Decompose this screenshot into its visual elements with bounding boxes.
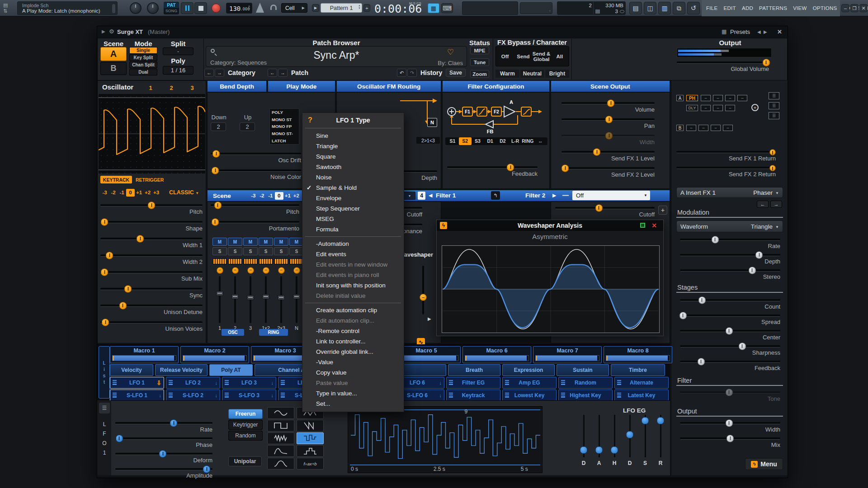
slider-knob[interactable] (159, 450, 167, 458)
lfo-slider[interactable]: Rate (115, 420, 212, 436)
fx-bypass-option[interactable]: All (551, 47, 569, 66)
menu-item[interactable]: VIEW (793, 5, 807, 11)
scene-octave-option[interactable]: -2 (258, 192, 266, 200)
channel-mute-knob[interactable]: – (293, 267, 300, 274)
mod-source-lfo[interactable]: Random (558, 377, 613, 389)
lfo-shape-noise[interactable] (267, 432, 294, 444)
scene-output-slider[interactable]: Pan (561, 117, 655, 133)
waveshaper-drive-slider[interactable] (422, 266, 424, 314)
character-option[interactable]: Bright (545, 70, 569, 78)
slider-knob[interactable] (698, 296, 706, 304)
context-menu-item[interactable]: Sine (302, 131, 404, 141)
slider-knob[interactable] (769, 149, 776, 155)
context-menu-item[interactable]: Edit events in piano roll (302, 270, 404, 280)
fader-knob[interactable] (293, 294, 300, 299)
plugin-titlebar[interactable]: ▶ ⚙ Surge XT (Master) ▦ Presets ◀ ▶ ✕ (97, 26, 788, 38)
filter-config-option[interactable]: S1 (446, 137, 459, 145)
preset-prev-icon[interactable]: ◀ (757, 29, 761, 34)
fx-next-button[interactable]: → (770, 201, 782, 208)
presets-grid-icon[interactable]: ▦ (722, 28, 726, 35)
window-restore-button[interactable]: ❐ (850, 4, 859, 12)
channel-mute-knob[interactable]: – (232, 267, 239, 274)
scene-b-button[interactable]: B (100, 62, 127, 75)
context-menu-item[interactable]: Triangle (302, 141, 404, 151)
detach-arrow-icon[interactable]: ▶ (102, 29, 105, 34)
send-return-slider[interactable]: Send FX 2 Return (676, 165, 776, 181)
macro-slot[interactable]: Macro 8 (604, 346, 672, 363)
fx-slider[interactable]: Stereo (680, 267, 780, 283)
mute-button[interactable]: M (228, 238, 242, 246)
filter-config-option[interactable]: S3 (472, 137, 484, 145)
context-menu-item[interactable]: Noise (302, 172, 404, 183)
stop-button[interactable] (194, 2, 207, 14)
category-next-button[interactable]: → (215, 69, 224, 77)
lfo-slider[interactable]: Deform (115, 451, 212, 466)
context-menu-item[interactable]: Delete initial value (302, 291, 404, 301)
mod-source[interactable]: Breath (448, 364, 500, 376)
octave-option[interactable]: -1 (118, 189, 126, 197)
arrow-down-icon[interactable]: ↓ (215, 380, 218, 385)
fx-slider[interactable]: Count (680, 297, 780, 313)
play-mode-option[interactable]: MONO FP (270, 123, 299, 130)
lfo-eg-stage[interactable]: D (577, 415, 590, 466)
ws-minimize-icon[interactable] (640, 223, 645, 228)
channel-mute-knob[interactable]: – (263, 267, 269, 274)
channel-fader[interactable] (280, 276, 282, 323)
mod-source-slfo[interactable]: Latest Key (614, 389, 669, 401)
slider-knob[interactable] (101, 218, 108, 226)
slider-knob[interactable] (657, 417, 665, 425)
routing-block[interactable]: – (686, 125, 696, 131)
mod-source-lfo[interactable]: LFO 2↓ (166, 377, 220, 389)
routing-block[interactable]: – (723, 125, 733, 131)
filter-config-option[interactable]: RING (522, 137, 534, 145)
status-button[interactable]: Zoom (470, 70, 489, 78)
context-menu-item[interactable]: Paste value (302, 378, 404, 388)
filter-link-icon[interactable]: ↰ (491, 191, 500, 200)
fx-type-value[interactable]: Phaser (753, 189, 773, 196)
routing-block[interactable]: – (711, 125, 721, 131)
window-minimize-button[interactable]: – (841, 4, 849, 12)
filter2-next-icon[interactable]: ▶ (552, 192, 556, 198)
status-button[interactable]: Tune (470, 58, 489, 66)
channel-fader[interactable] (250, 276, 251, 323)
context-menu-item[interactable]: Set... (302, 399, 404, 409)
fx-slider[interactable]: Rate (680, 237, 780, 252)
menu-item[interactable]: PATTERNS (759, 5, 787, 11)
play-mode-option[interactable]: MONO ST (270, 116, 299, 123)
undo-icon[interactable]: ↺ (687, 2, 700, 14)
menu-item[interactable]: OPTIONS (813, 5, 837, 11)
send-return-slider[interactable]: Send FX 1 Return (676, 149, 776, 165)
retrigger-toggle[interactable]: RETRIGGER (136, 177, 164, 183)
slider-knob[interactable] (212, 167, 219, 174)
channel-mute-knob[interactable]: – (217, 267, 223, 274)
slider-knob[interactable] (725, 389, 733, 396)
status-button[interactable]: MPE (470, 47, 489, 54)
waveshaper-next-icon[interactable]: ▶ (428, 316, 431, 321)
oscillator-slider[interactable]: Sync (100, 286, 203, 303)
arrow-down-icon[interactable]: ↓ (271, 393, 274, 398)
mod-source[interactable]: Velocity (110, 364, 153, 376)
solo-button[interactable]: S (212, 247, 227, 255)
category-prev-button[interactable]: ← (204, 69, 214, 77)
pattern-selector[interactable]: Pattern 1 ▲▼ (321, 3, 362, 13)
osc-character-slider[interactable]: Osc Drift (211, 151, 301, 168)
patch-prev-button[interactable]: ← (268, 69, 277, 77)
arrow-down-icon[interactable]: ⇩ (156, 380, 161, 386)
mode-option[interactable]: Key Split (129, 54, 157, 61)
mod-source-slfo[interactable]: Highest Key (558, 389, 613, 401)
mod-source-lfo[interactable]: Filter EG (446, 377, 500, 389)
lfo-shape-mseg[interactable] (267, 458, 294, 469)
fader-knob[interactable] (278, 295, 285, 300)
mod-source-slfo[interactable]: Lowest Key (502, 389, 557, 401)
filter1-label[interactable]: Filter 1 (436, 192, 456, 199)
presets-label[interactable]: Presets (730, 28, 750, 35)
filter-config-option[interactable]: S2 (459, 137, 472, 145)
oscillator-slider[interactable]: Width 2 (100, 253, 203, 269)
scene-octave-option[interactable]: -1 (266, 192, 275, 200)
osc-character-slider[interactable]: Noise Color (211, 168, 301, 184)
poly-value[interactable]: 1 / 16 (163, 66, 193, 75)
macro-value-bar[interactable] (535, 355, 599, 361)
filter-balance-dash[interactable]: — (562, 192, 569, 199)
oscillator-slider[interactable]: Shape (100, 219, 203, 236)
plugin-close-icon[interactable]: ✕ (777, 28, 782, 35)
